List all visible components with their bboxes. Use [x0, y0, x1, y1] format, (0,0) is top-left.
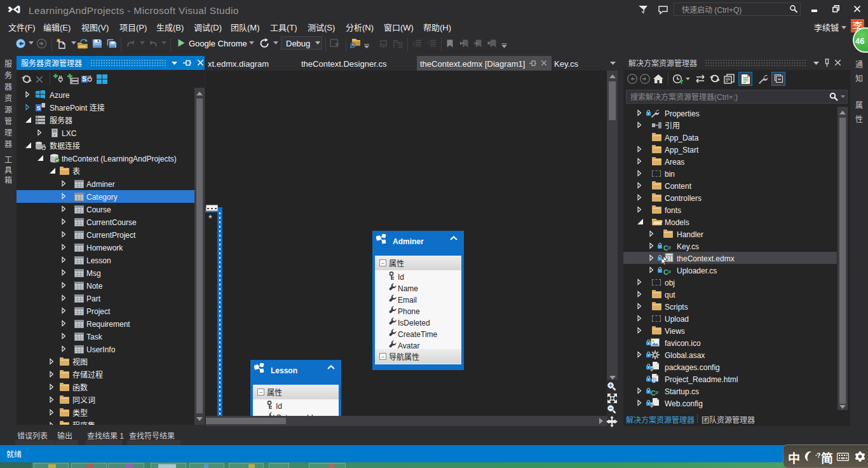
- svg-text:?: ?: [426, 40, 430, 46]
- svg-text:S: S: [36, 104, 40, 111]
- svg-text:S: S: [82, 76, 86, 83]
